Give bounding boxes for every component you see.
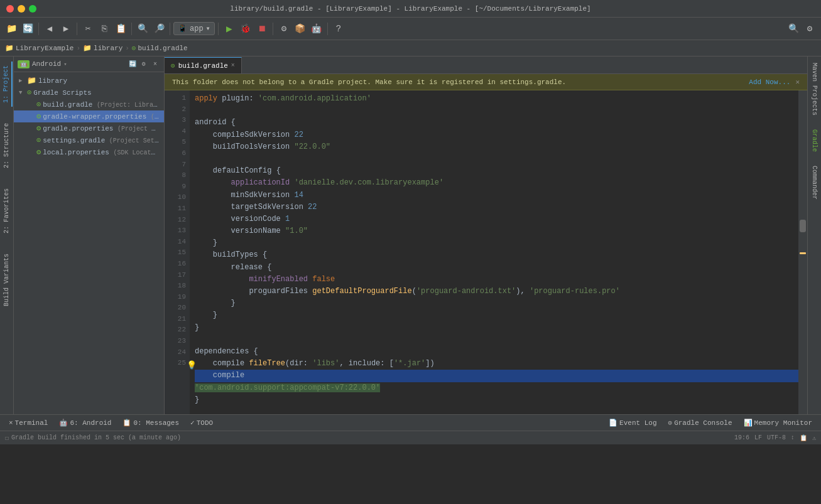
build-status-icon: ☐: [5, 434, 9, 442]
maximize-button[interactable]: [29, 5, 36, 13]
stop-button[interactable]: ⏹: [254, 21, 269, 36]
gradle-tab[interactable]: Gradle: [809, 126, 820, 156]
line-ending[interactable]: LF: [754, 434, 762, 441]
copy-button[interactable]: ⎘: [97, 21, 112, 36]
toolbar-sep-1: [38, 23, 39, 35]
gradle-scripts-icon: ⊙: [27, 88, 31, 97]
forward-button[interactable]: ▶: [58, 21, 73, 36]
gradle-console-tab[interactable]: ⊙ Gradle Console: [663, 417, 737, 428]
gradle-console-label: Gradle Console: [674, 419, 732, 427]
tab-close-button[interactable]: ×: [231, 62, 235, 69]
build-apk-button[interactable]: 📦: [293, 21, 308, 36]
folder-icon: 📁: [5, 44, 14, 52]
chevron-down-icon: ▾: [63, 61, 67, 68]
tree-item-gradle-scripts[interactable]: ▼ ⊙ Gradle Scripts: [14, 87, 164, 99]
status-left: ☐ Gradle build finished in 5 sec (a minu…: [5, 434, 181, 442]
breadcrumb: 📁 LibraryExample › 📁 library › ⊙ build.g…: [0, 40, 821, 56]
android-tab[interactable]: 🤖 6: Android: [54, 417, 116, 428]
event-log-tab[interactable]: 📄 Event Log: [604, 417, 661, 428]
terminal-tab[interactable]: × Terminal: [4, 418, 53, 428]
folder-icon[interactable]: 📁: [4, 21, 19, 36]
toolbar-sep-7: [327, 23, 328, 35]
settings-button[interactable]: ⚙: [802, 21, 817, 36]
todo-icon: ✓: [190, 419, 195, 427]
settings-panel-icon[interactable]: ⚙: [139, 59, 149, 69]
window-controls[interactable]: [6, 5, 36, 13]
android-sdk-button[interactable]: 🤖: [309, 21, 324, 36]
back-button[interactable]: ◀: [42, 21, 57, 36]
lightbulb-icon[interactable]: 💡: [187, 360, 197, 370]
scm-icon[interactable]: 📋: [800, 434, 807, 442]
panel-header-right[interactable]: 🔄 ⚙ ×: [128, 59, 160, 69]
indent-icon[interactable]: ↕: [791, 434, 795, 441]
memory-monitor-tab[interactable]: 📊 Memory Monitor: [739, 417, 817, 428]
close-button[interactable]: [6, 5, 14, 13]
sync-icon[interactable]: 🔄: [20, 21, 35, 36]
debug-button[interactable]: 🐞: [238, 21, 253, 36]
gradle-console-icon: ⊙: [668, 419, 673, 427]
todo-tab[interactable]: ✓ TODO: [185, 417, 218, 428]
gradle-sync-button[interactable]: ⚙: [276, 21, 291, 36]
project-tab[interactable]: 1: Project: [1, 62, 13, 107]
cursor-position[interactable]: 19:6: [734, 434, 749, 441]
minimize-button[interactable]: [18, 5, 25, 13]
code-content[interactable]: apply plugin: 'com.android.application' …: [190, 90, 807, 414]
scroll-thumb[interactable]: [800, 220, 806, 232]
panel-header: 🤖 Android ▾ 🔄 ⚙ ×: [14, 56, 164, 72]
tab-label: build.gradle: [178, 62, 228, 70]
breadcrumb-item-file[interactable]: ⊙ build.gradle: [132, 44, 188, 52]
line-number-gutter: 1 2 −3 4 5 6 −7 8 9 10 11 12 13 −14 −15 …: [165, 90, 190, 414]
breadcrumb-label-file: build.gradle: [138, 45, 187, 52]
tree-item-gradle-wrapper[interactable]: ⚙ gradle-wrapper.properties (Gradle Ver.…: [14, 110, 164, 122]
editor-tab-build-gradle[interactable]: ⊙ build.gradle ×: [165, 57, 242, 73]
warning-right-actions: Add Now... ✕: [749, 78, 800, 86]
project-panel: 🤖 Android ▾ 🔄 ⚙ × ▶ 📁 library ▼ ⊙ Gradle…: [14, 56, 165, 414]
scroll-indicator[interactable]: [798, 90, 807, 414]
app-icon: 📱: [178, 24, 187, 33]
editor-tab-bar: ⊙ build.gradle ×: [165, 56, 807, 74]
app-run-config-dropdown[interactable]: 📱 app ▾: [173, 22, 215, 35]
paste-button[interactable]: 📋: [113, 21, 128, 36]
add-now-link[interactable]: Add Now...: [749, 78, 790, 86]
toolbar-sep-2: [77, 23, 77, 35]
panel-header-left: 🤖 Android ▾: [18, 60, 67, 68]
tree-item-build-gradle[interactable]: ⊙ build.gradle (Project: LibraryExample): [14, 99, 164, 110]
maven-projects-tab[interactable]: Maven Projects: [809, 59, 820, 119]
tree-label-gradle-properties: gradle.properties (Project Properties): [43, 125, 159, 132]
close-panel-icon[interactable]: ×: [150, 59, 160, 69]
warning-close-icon[interactable]: ✕: [795, 78, 800, 86]
properties-file-icon-2: ⚙: [36, 124, 41, 133]
code-editor[interactable]: 1 2 −3 4 5 6 −7 8 9 10 11 12 13 −14 −15 …: [165, 90, 807, 414]
gradle-icon: ⊙: [132, 44, 136, 52]
tree-item-library[interactable]: ▶ 📁 library: [14, 75, 164, 87]
toolbar-sep-4: [170, 23, 170, 35]
chevron-down-icon: ▾: [206, 24, 210, 33]
folder-icon: 📁: [27, 76, 36, 85]
run-button[interactable]: ▶: [222, 21, 237, 36]
tree-item-settings-gradle[interactable]: ⊙ settings.gradle (Project Settings): [14, 134, 164, 146]
breadcrumb-item-library[interactable]: 📁 library: [83, 44, 122, 52]
build-variants-tab[interactable]: Build Variants: [1, 250, 12, 310]
help-button[interactable]: ?: [331, 21, 346, 36]
sync-panel-icon[interactable]: 🔄: [128, 59, 138, 69]
commander-tab[interactable]: Commander: [809, 162, 820, 203]
breadcrumb-sep-2: ›: [125, 45, 129, 52]
right-sidebar: Maven Projects Gradle Commander: [807, 56, 821, 414]
structure-tab[interactable]: 2: Structure: [1, 119, 12, 172]
find-usages-button[interactable]: 🔎: [151, 21, 166, 36]
event-log-label: Event Log: [619, 419, 656, 427]
tree-label-settings-gradle: settings.gradle (Project Settings): [43, 137, 159, 144]
messages-tab[interactable]: 📋 0: Messages: [117, 417, 184, 428]
search-everywhere-button[interactable]: 🔍: [786, 21, 801, 36]
tree-item-local-properties[interactable]: ⚙ local.properties (SDK Location): [14, 146, 164, 158]
tree-arrow-icon: ▼: [19, 90, 25, 96]
encoding[interactable]: UTF-8: [767, 434, 786, 441]
breadcrumb-item-project[interactable]: 📁 LibraryExample: [5, 44, 73, 52]
warning-banner: This folder does not belong to a Gradle …: [165, 74, 807, 90]
find-button[interactable]: 🔍: [135, 21, 150, 36]
warnings-icon[interactable]: ⚠: [812, 434, 816, 442]
cut-button[interactable]: ✂: [80, 21, 95, 36]
tree-item-gradle-properties[interactable]: ⚙ gradle.properties (Project Properties): [14, 122, 164, 134]
favorites-tab[interactable]: 2: Favorites: [1, 185, 12, 237]
tree-label-library: library: [38, 77, 159, 85]
